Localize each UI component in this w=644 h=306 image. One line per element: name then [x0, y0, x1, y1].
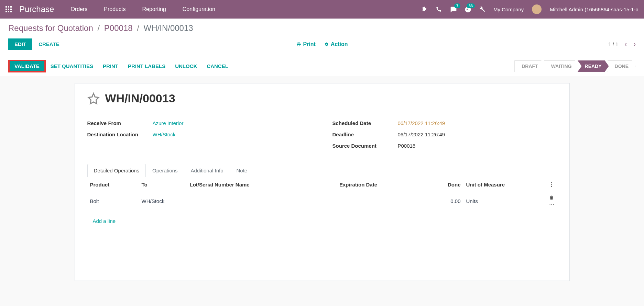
unlock-button[interactable]: UNLOCK: [175, 63, 197, 69]
col-to[interactable]: To: [139, 177, 187, 191]
add-line-row: Add a line: [87, 211, 557, 231]
doc-title: WH/IN/00013: [105, 92, 175, 105]
col-exp[interactable]: Expiration Date: [337, 177, 436, 191]
action-button[interactable]: Action: [324, 41, 348, 47]
field-sched: Scheduled Date 06/17/2022 11:26:49: [332, 117, 557, 129]
avatar[interactable]: [532, 4, 542, 14]
phone-icon[interactable]: [436, 6, 442, 12]
pager-text: 1 / 1: [608, 41, 618, 47]
source-value: P00018: [398, 143, 416, 149]
tab-detailed-operations[interactable]: Detailed Operations: [87, 164, 146, 177]
pager-prev[interactable]: ‹: [624, 40, 627, 49]
sheet-wrap: WH/IN/00013 Receive From Azure Interior …: [0, 76, 644, 288]
receive-from-label: Receive From: [87, 120, 153, 126]
bug-icon[interactable]: [421, 6, 427, 12]
receive-from-value[interactable]: Azure Interior: [153, 120, 184, 126]
sched-value: 06/17/2022 11:26:49: [398, 120, 445, 126]
sched-label: Scheduled Date: [332, 120, 398, 126]
action-label: Action: [331, 41, 348, 47]
status-row: VALIDATE SET QUANTITIES PRINT PRINT LABE…: [0, 56, 644, 76]
cell-lot[interactable]: [187, 191, 337, 211]
table-empty-space: [87, 231, 557, 272]
fields-grid: Receive From Azure Interior Destination …: [87, 117, 557, 151]
deadline-label: Deadline: [332, 132, 398, 137]
nav-links: Orders Products Reporting Configuration: [70, 6, 215, 12]
edit-button[interactable]: EDIT: [8, 38, 32, 50]
breadcrumb: Requests for Quotation / P00018 / WH/IN/…: [0, 19, 644, 34]
deadline-value: 06/17/2022 11:26:49: [398, 132, 445, 137]
company-label[interactable]: My Company: [493, 7, 524, 12]
cancel-button[interactable]: CANCEL: [207, 63, 228, 69]
col-kebab[interactable]: ⋮: [546, 177, 557, 191]
col-lot[interactable]: Lot/Serial Number Name: [187, 177, 337, 191]
table-row[interactable]: Bolt WH/Stock 0.00 Units ⋯: [87, 191, 557, 211]
activity-badge: 33: [467, 3, 475, 8]
apps-icon[interactable]: [6, 6, 12, 12]
activity-icon[interactable]: 33: [465, 6, 471, 12]
nav-products[interactable]: Products: [104, 6, 125, 12]
breadcrumb-root[interactable]: Requests for Quotation: [8, 23, 93, 33]
cell-to[interactable]: WH/Stock: [139, 191, 187, 211]
status-step-draft[interactable]: DRAFT: [514, 60, 545, 72]
sheet: WH/IN/00013 Receive From Azure Interior …: [75, 83, 570, 281]
cell-exp[interactable]: [337, 191, 436, 211]
validate-button[interactable]: VALIDATE: [8, 60, 46, 72]
add-line-button[interactable]: Add a line: [90, 215, 119, 227]
nav-orders[interactable]: Orders: [70, 6, 87, 12]
col-done[interactable]: Done: [436, 177, 463, 191]
field-dest: Destination Location WH/Stock: [87, 129, 312, 140]
star-icon[interactable]: [87, 92, 100, 105]
messages-icon[interactable]: 7: [450, 6, 456, 12]
breadcrumb-parent[interactable]: P00018: [104, 23, 133, 33]
top-navbar: Purchase Orders Products Reporting Confi…: [0, 0, 644, 19]
user-label[interactable]: Mitchell Admin (16566864-saas-15-1-a: [550, 7, 638, 12]
set-quantities-button[interactable]: SET QUANTITIES: [51, 63, 93, 69]
breadcrumb-current: WH/IN/00013: [144, 23, 193, 33]
cell-done[interactable]: 0.00: [436, 191, 463, 211]
trash-icon: [549, 195, 554, 200]
tools-icon[interactable]: [479, 6, 485, 12]
create-button[interactable]: CREATE: [32, 38, 66, 50]
nav-configuration[interactable]: Configuration: [183, 6, 215, 12]
print-label: Print: [303, 41, 315, 47]
field-receive-from: Receive From Azure Interior: [87, 117, 312, 129]
title-row: WH/IN/00013: [87, 92, 557, 105]
nav-right: 7 33 My Company Mitchell Admin (16566864…: [421, 4, 638, 14]
action-row: EDIT CREATE Print Action 1 / 1 ‹ ›: [0, 34, 644, 56]
tab-additional-info[interactable]: Additional Info: [184, 164, 230, 177]
status-step-ready[interactable]: READY: [578, 60, 609, 72]
print-button[interactable]: Print: [296, 41, 315, 47]
status-step-waiting[interactable]: WAITING: [544, 60, 579, 72]
tab-operations[interactable]: Operations: [146, 164, 184, 177]
breadcrumb-sep: /: [137, 23, 139, 33]
status-step-done[interactable]: DONE: [608, 60, 636, 72]
tab-note[interactable]: Note: [230, 164, 254, 177]
col-uom[interactable]: Unit of Measure: [463, 177, 546, 191]
app-brand[interactable]: Purchase: [19, 4, 54, 14]
print-labels-button[interactable]: PRINT LABELS: [128, 63, 165, 69]
printer-icon: [296, 42, 301, 47]
operations-table: Product To Lot/Serial Number Name Expira…: [87, 177, 557, 231]
tabs: Detailed Operations Operations Additiona…: [87, 164, 557, 177]
source-label: Source Document: [332, 143, 398, 149]
field-deadline: Deadline 06/17/2022 11:26:49: [332, 129, 557, 140]
table-header-row: Product To Lot/Serial Number Name Expira…: [87, 177, 557, 191]
breadcrumb-sep: /: [97, 23, 100, 33]
print-transfer-button[interactable]: PRINT: [103, 63, 118, 69]
pager-next[interactable]: ›: [633, 40, 636, 49]
cell-product[interactable]: Bolt: [87, 191, 139, 211]
field-source: Source Document P00018: [332, 140, 557, 151]
gear-icon: [324, 42, 329, 47]
pager: 1 / 1 ‹ ›: [608, 40, 636, 49]
nav-reporting[interactable]: Reporting: [142, 6, 166, 12]
dest-label: Destination Location: [87, 132, 153, 137]
status-flow: DRAFT WAITING READY DONE: [516, 60, 636, 72]
delete-row-button[interactable]: ⋯: [546, 191, 557, 211]
dest-value[interactable]: WH/Stock: [153, 132, 176, 137]
middle-actions: Print Action: [296, 41, 348, 47]
col-product[interactable]: Product: [87, 177, 139, 191]
messages-badge: 7: [454, 3, 460, 8]
cell-uom[interactable]: Units: [463, 191, 546, 211]
